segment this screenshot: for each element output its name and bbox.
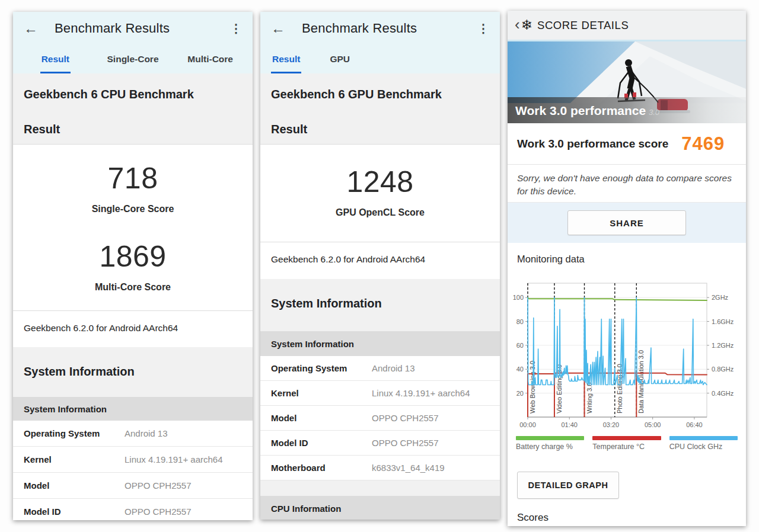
monitoring-data-heading: Monitoring data [508, 243, 746, 275]
app-bar: ← Benchmark Results ⋮ [260, 12, 500, 45]
score-label: Work 3.0 performance score [517, 137, 668, 150]
tab-label: Result [271, 54, 301, 73]
svg-text:40: 40 [516, 366, 524, 373]
scores-heading: Scores [508, 509, 746, 526]
back-arrow-icon[interactable]: ← [271, 21, 285, 36]
table-row: Operating SystemAndroid 13 [13, 421, 253, 447]
benchmark-score: 1869Multi-Core Score [13, 239, 253, 293]
row-label: Model ID [271, 438, 372, 448]
version-text: Geekbench 6.2.0 for Android AArch64 [260, 242, 500, 279]
benchmark-score: 1248GPU OpenCL Score [260, 165, 500, 218]
tab-label: Single-Core [106, 54, 160, 73]
score-value: 1869 [13, 239, 253, 274]
svg-text:0.4GHz: 0.4GHz [712, 390, 734, 397]
share-button[interactable]: SHARE [567, 210, 686, 235]
snowflake-logo-icon: ❄ [521, 17, 532, 33]
app-bar: ‹ ❄ SCORE DETAILS [508, 11, 746, 41]
score-section: 1248GPU OpenCL Score [260, 145, 500, 242]
score-value: 718 [13, 161, 253, 196]
benchmark-subtitle: Result [271, 123, 489, 136]
hero-caption: Work 3.0 performance [515, 104, 646, 117]
tab-result[interactable]: Result [17, 54, 94, 73]
svg-text:2GHz: 2GHz [712, 294, 728, 301]
kebab-menu-icon[interactable]: ⋮ [230, 21, 242, 36]
legend-swatch [669, 436, 738, 440]
row-label: Model [24, 480, 125, 491]
row-label: Operating System [271, 363, 372, 373]
result-heading: Geekbench 6 CPU Benchmark Result [13, 73, 253, 145]
benchmark-title: Geekbench 6 CPU Benchmark [24, 88, 242, 101]
row-label: Operating System [24, 428, 125, 438]
svg-text:60: 60 [516, 342, 524, 349]
score-row: Work 3.0 performance score 7469 [508, 123, 746, 165]
legend-item: Temperature °C [592, 436, 661, 461]
tab-result[interactable]: Result [271, 54, 301, 73]
legend-swatch [516, 436, 584, 440]
version-text: Geekbench 6.2.0 for Android AArch64 [13, 310, 253, 347]
tab-single-core[interactable]: Single-Core [94, 54, 172, 73]
benchmark-subtitle: Result [24, 123, 242, 136]
score-value: 1248 [260, 165, 500, 199]
row-label: Model [271, 413, 372, 423]
svg-text:05:00: 05:00 [645, 421, 661, 428]
table-row: KernelLinux 4.19.191+ aarch64 [13, 447, 253, 473]
legend-item: CPU Clock GHz [669, 436, 738, 461]
score-caption: Multi-Core Score [13, 282, 253, 293]
back-arrow-icon[interactable]: ← [24, 21, 38, 36]
result-heading: Geekbench 6 GPU Benchmark Result [260, 73, 500, 145]
tab-label: Result [40, 54, 71, 73]
row-value: Linux 4.19.191+ aarch64 [125, 454, 223, 464]
tab-label: Multi-Core [186, 54, 234, 73]
cpu-information-subheader: CPU Information [260, 496, 500, 520]
hero-image: Work 3.0 performance 3.0 [508, 41, 746, 123]
svg-text:20: 20 [516, 390, 524, 397]
share-section: SHARE [508, 203, 746, 243]
legend-label: Battery charge % [516, 443, 584, 451]
tab-multi-core[interactable]: Multi-Core [171, 54, 249, 73]
detailed-graph-button[interactable]: DETAILED GRAPH [517, 472, 619, 499]
svg-text:00:00: 00:00 [519, 421, 536, 428]
detailed-graph-section: DETAILED GRAPH [508, 461, 746, 509]
svg-text:01:40: 01:40 [561, 421, 578, 428]
table-row: Model IDOPPO CPH2557 [260, 431, 500, 456]
svg-text:0.8GHz: 0.8GHz [712, 366, 734, 373]
hero-version-tag: 3.0 [649, 108, 660, 117]
system-information-table: Operating SystemAndroid 13KernelLinux 4.… [260, 356, 500, 480]
legend-label: CPU Clock GHz [669, 443, 738, 451]
table-row: ModelOPPO CPH2557 [13, 473, 253, 499]
tab-gpu[interactable]: GPU [329, 54, 351, 73]
page-title: Benchmark Results [302, 21, 417, 36]
row-value: OPPO CPH2557 [372, 413, 439, 423]
svg-text:03:20: 03:20 [603, 421, 620, 428]
kebab-menu-icon[interactable]: ⋮ [477, 21, 489, 36]
row-label: Motherboard [271, 463, 372, 473]
monitoring-chart: 204060801000.4GHz0.8GHz1.2GHz1.6GHz2GHz0… [508, 275, 746, 436]
svg-text:Writing 3.0: Writing 3.0 [586, 383, 593, 414]
table-row: ModelOPPO CPH2557 [260, 406, 500, 431]
system-information-heading: System Information [260, 279, 500, 331]
benchmark-score: 718Single-Core Score [13, 161, 253, 214]
monitoring-chart-svg: 204060801000.4GHz0.8GHz1.2GHz1.6GHz2GHz0… [511, 275, 741, 434]
row-label: Model ID [24, 507, 125, 517]
row-label: Kernel [24, 454, 125, 464]
table-row: Model IDOPPO CPH2557 [13, 499, 253, 520]
section-gap [260, 480, 500, 496]
row-value: Android 13 [372, 363, 415, 373]
legend-item: Battery charge % [516, 436, 584, 461]
comparison-notice: Sorry, we don't have enough data to comp… [508, 165, 746, 203]
svg-text:Web Browsing 3.0: Web Browsing 3.0 [529, 361, 536, 414]
svg-text:100: 100 [513, 294, 524, 301]
tab-bar: ResultSingle-CoreMulti-Core [13, 45, 253, 73]
chevron-left-icon[interactable]: ‹ [515, 17, 520, 32]
svg-text:06:40: 06:40 [686, 421, 703, 428]
table-row: Operating SystemAndroid 13 [260, 356, 500, 381]
row-value: Android 13 [125, 428, 168, 438]
gaiter-right [633, 92, 636, 97]
system-information-subheader: System Information [13, 397, 253, 421]
app-bar: ← Benchmark Results ⋮ [13, 12, 253, 45]
row-value: OPPO CPH2557 [125, 480, 192, 491]
benchmark-title: Geekbench 6 GPU Benchmark [271, 88, 489, 101]
score-section: 718Single-Core Score1869Multi-Core Score [13, 145, 253, 310]
screenshot-stage: ← Benchmark Results ⋮ ResultSingle-CoreM… [0, 0, 759, 532]
svg-text:1.6GHz: 1.6GHz [712, 318, 734, 325]
